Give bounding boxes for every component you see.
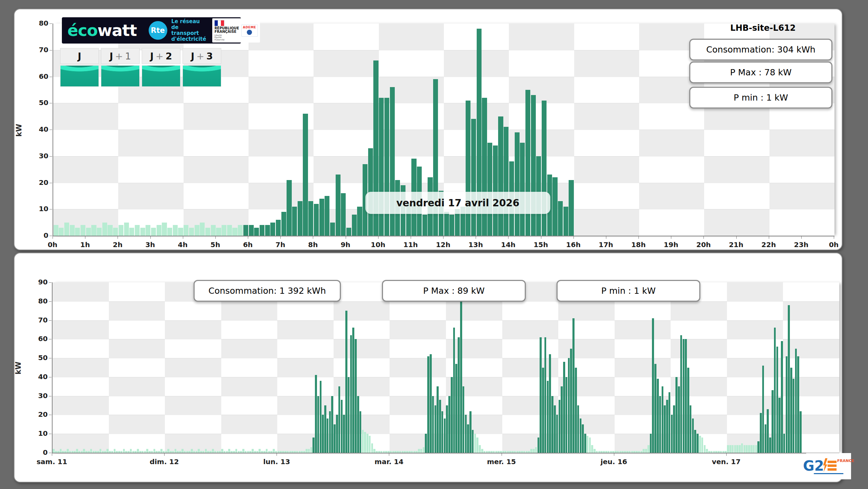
consumption-bar[interactable]: [265, 225, 270, 236]
consumption-bar[interactable]: [765, 424, 767, 453]
consumption-bar[interactable]: [699, 436, 701, 453]
consumption-bar[interactable]: [509, 451, 511, 453]
consumption-bar[interactable]: [142, 451, 144, 453]
consumption-bar[interactable]: [446, 405, 448, 453]
consumption-bar[interactable]: [322, 415, 324, 453]
consumption-bar[interactable]: [282, 451, 284, 453]
consumption-bar[interactable]: [348, 377, 350, 453]
consumption-bar[interactable]: [549, 354, 551, 453]
consumption-bar[interactable]: [189, 228, 194, 236]
consumption-bar[interactable]: [224, 451, 226, 453]
consumption-bar[interactable]: [465, 415, 467, 453]
consumption-bar[interactable]: [476, 438, 478, 453]
consumption-bar[interactable]: [570, 349, 572, 453]
consumption-bar[interactable]: [254, 228, 259, 236]
consumption-bar[interactable]: [146, 449, 148, 453]
consumption-bar[interactable]: [109, 451, 111, 453]
consumption-bar[interactable]: [481, 449, 483, 453]
consumption-bar[interactable]: [222, 225, 226, 236]
consumption-bar[interactable]: [769, 438, 771, 453]
consumption-bar[interactable]: [128, 451, 130, 453]
consumption-bar[interactable]: [734, 445, 736, 453]
consumption-bar[interactable]: [364, 432, 366, 453]
consumption-bar[interactable]: [90, 449, 92, 453]
consumption-bar[interactable]: [260, 225, 264, 236]
consumption-bar[interactable]: [157, 225, 161, 236]
consumption-bar[interactable]: [238, 451, 240, 453]
consumption-bar[interactable]: [129, 228, 134, 236]
consumption-bar[interactable]: [760, 413, 762, 453]
consumption-bar[interactable]: [214, 451, 216, 453]
consumption-bar[interactable]: [793, 379, 795, 453]
consumption-bar[interactable]: [85, 451, 87, 453]
consumption-bar[interactable]: [93, 451, 95, 453]
consumption-bar[interactable]: [314, 204, 319, 236]
consumption-bar[interactable]: [636, 451, 638, 453]
consumption-bar[interactable]: [441, 411, 444, 453]
consumption-bar[interactable]: [55, 451, 57, 453]
consumption-bar[interactable]: [598, 451, 600, 453]
consumption-bar[interactable]: [320, 381, 322, 453]
consumption-bar[interactable]: [392, 451, 394, 453]
consumption-bar[interactable]: [266, 449, 268, 453]
consumption-bar[interactable]: [657, 379, 659, 453]
consumption-bar[interactable]: [151, 451, 153, 453]
consumption-bar[interactable]: [633, 451, 635, 453]
consumption-bar[interactable]: [397, 451, 399, 453]
consumption-bar[interactable]: [547, 381, 549, 453]
consumption-bar[interactable]: [173, 225, 178, 236]
consumption-bar[interactable]: [102, 451, 104, 453]
consumption-bar[interactable]: [366, 434, 368, 453]
consumption-bar[interactable]: [448, 396, 450, 453]
consumption-bar[interactable]: [81, 225, 85, 236]
consumption-bar[interactable]: [466, 101, 470, 236]
consumption-bar[interactable]: [184, 451, 186, 453]
consumption-bar[interactable]: [53, 449, 55, 453]
consumption-bar[interactable]: [217, 451, 219, 453]
consumption-bar[interactable]: [608, 451, 610, 453]
consumption-bar[interactable]: [516, 451, 519, 453]
consumption-bar[interactable]: [249, 451, 251, 453]
consumption-bar[interactable]: [619, 451, 622, 453]
consumption-bar[interactable]: [134, 451, 137, 453]
consumption-bar[interactable]: [125, 451, 127, 453]
consumption-bar[interactable]: [786, 356, 788, 453]
consumption-bar[interactable]: [355, 339, 357, 453]
consumption-bar[interactable]: [97, 451, 99, 453]
consumption-bar[interactable]: [327, 419, 329, 453]
consumption-bar[interactable]: [289, 451, 291, 453]
consumption-bar[interactable]: [451, 377, 453, 453]
consumption-bar[interactable]: [746, 445, 748, 453]
consumption-bar[interactable]: [762, 366, 764, 453]
consumption-bar[interactable]: [575, 368, 577, 453]
consumption-bar[interactable]: [797, 356, 799, 453]
consumption-bar[interactable]: [467, 424, 469, 453]
consumption-bar[interactable]: [151, 228, 156, 236]
consumption-bar[interactable]: [369, 436, 371, 453]
consumption-bar[interactable]: [108, 225, 112, 236]
consumption-bar[interactable]: [526, 451, 528, 453]
consumption-bar[interactable]: [694, 430, 696, 453]
consumption-bar[interactable]: [62, 451, 64, 453]
consumption-bar[interactable]: [460, 284, 462, 453]
consumption-bar[interactable]: [497, 451, 500, 453]
consumption-bar[interactable]: [561, 386, 563, 453]
consumption-bar[interactable]: [179, 451, 181, 453]
consumption-bar[interactable]: [350, 335, 352, 453]
consumption-bar[interactable]: [495, 451, 497, 453]
consumption-bar[interactable]: [331, 396, 333, 453]
consumption-bar[interactable]: [390, 451, 392, 453]
consumption-bar[interactable]: [569, 180, 573, 236]
consumption-bar[interactable]: [146, 225, 150, 236]
consumption-bar[interactable]: [594, 449, 596, 453]
consumption-bar[interactable]: [181, 449, 184, 453]
consumption-bar[interactable]: [488, 451, 490, 453]
consumption-bar[interactable]: [767, 409, 769, 453]
consumption-bar[interactable]: [346, 228, 351, 236]
consumption-bar[interactable]: [378, 451, 380, 453]
consumption-bar[interactable]: [519, 451, 521, 453]
consumption-bar[interactable]: [563, 362, 565, 453]
consumption-bar[interactable]: [701, 438, 703, 453]
consumption-bar[interactable]: [338, 386, 340, 453]
consumption-bar[interactable]: [790, 368, 792, 453]
